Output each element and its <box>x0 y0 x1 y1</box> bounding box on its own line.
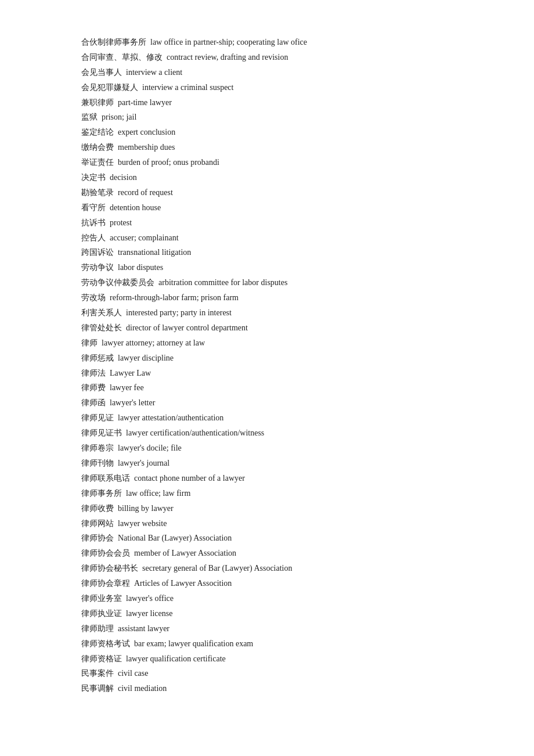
entry-english: lawyer website <box>114 519 167 528</box>
entry-chinese: 律师协会 <box>81 534 114 542</box>
list-item: 律师卷宗 lawyer's docile; file <box>81 441 453 456</box>
list-item: 律师刊物 lawyer's journal <box>81 456 453 471</box>
glossary-list: 合伙制律师事务所 law office in partner-ship; coo… <box>81 35 453 696</box>
list-item: 律师协会章程 Articles of Lawyer Assocition <box>81 576 453 591</box>
list-item: 民事案件 civil case <box>81 666 453 681</box>
list-item: 律师联系电话 contact phone number of a lawyer <box>81 471 453 486</box>
entry-english: lawyer attorney; attorney at law <box>98 339 205 347</box>
entry-english: part-time lawyer <box>114 98 172 107</box>
entry-chinese: 劳动争议 <box>81 263 114 272</box>
entry-english: interested party; party in interest <box>122 308 232 317</box>
entry-chinese: 会见犯罪嫌疑人 <box>81 83 138 92</box>
entry-chinese: 抗诉书 <box>81 218 106 227</box>
entry-chinese: 鉴定结论 <box>81 128 114 136</box>
entry-english: Lawyer Law <box>106 369 151 377</box>
entry-chinese: 控告人 <box>81 233 106 242</box>
entry-english: lawyer's office <box>122 594 174 603</box>
entry-english: interview a client <box>122 68 182 77</box>
entry-chinese: 会见当事人 <box>81 68 122 77</box>
list-item: 律师费 lawyer fee <box>81 380 453 395</box>
entry-english: contract review, drafting and revision <box>163 53 288 62</box>
entry-english: assistant lawyer <box>114 624 169 633</box>
list-item: 缴纳会费 membership dues <box>81 140 453 155</box>
entry-english: National Bar (Lawyer) Association <box>114 534 232 542</box>
entry-chinese: 律师网站 <box>81 519 114 528</box>
entry-chinese: 监狱 <box>81 113 98 121</box>
list-item: 兼职律师 part-time lawyer <box>81 95 453 110</box>
entry-english: burden of proof; onus probandi <box>114 158 219 167</box>
list-item: 律师执业证 lawyer license <box>81 606 453 621</box>
entry-english: Articles of Lawyer Assocition <box>130 579 232 588</box>
list-item: 民事调解 civil mediation <box>81 681 453 696</box>
list-item: 利害关系人 interested party; party in interes… <box>81 305 453 321</box>
list-item: 律师资格证 lawyer qualification certificate <box>81 651 453 667</box>
entry-chinese: 举证责任 <box>81 158 114 167</box>
list-item: 律师收费 billing by lawyer <box>81 501 453 516</box>
entry-chinese: 劳动争议仲裁委员会 <box>81 278 154 287</box>
entry-english: record of request <box>114 188 173 197</box>
entry-chinese: 律管处处长 <box>81 323 122 332</box>
entry-chinese: 兼职律师 <box>81 98 114 107</box>
list-item: 律师业务室 lawyer's office <box>81 591 453 606</box>
entry-chinese: 缴纳会费 <box>81 143 114 152</box>
list-item: 监狱 prison; jail <box>81 110 453 125</box>
entry-english: lawyer qualification certificate <box>122 654 226 663</box>
entry-chinese: 律师惩戒 <box>81 354 114 362</box>
entry-english: law office; law firm <box>122 489 190 498</box>
entry-english: member of Lawyer Association <box>130 549 236 557</box>
list-item: 律师协会 National Bar (Lawyer) Association <box>81 531 453 546</box>
list-item: 律管处处长 director of lawyer control departm… <box>81 321 453 336</box>
entry-chinese: 律师见证书 <box>81 429 122 437</box>
entry-chinese: 律师见证 <box>81 413 114 422</box>
list-item: 律师资格考试 bar exam; lawyer qualification ex… <box>81 636 453 651</box>
entry-chinese: 决定书 <box>81 173 106 182</box>
entry-english: contact phone number of a lawyer <box>130 474 245 483</box>
entry-chinese: 跨国诉讼 <box>81 248 114 257</box>
entry-chinese: 律师资格考试 <box>81 639 130 648</box>
entry-chinese: 律师卷宗 <box>81 444 114 452</box>
entry-english: lawyer's letter <box>106 398 155 407</box>
list-item: 律师 lawyer attorney; attorney at law <box>81 336 453 351</box>
entry-chinese: 律师执业证 <box>81 609 122 618</box>
entry-english: reform-through-labor farm; prison farm <box>106 293 239 302</box>
entry-chinese: 律师联系电话 <box>81 474 130 483</box>
list-item: 律师协会会员 member of Lawyer Association <box>81 546 453 561</box>
list-item: 律师见证书 lawyer certification/authenticatio… <box>81 426 453 441</box>
list-item: 控告人 accuser; complainant <box>81 231 453 246</box>
list-item: 举证责任 burden of proof; onus probandi <box>81 155 453 170</box>
list-item: 会见犯罪嫌疑人 interview a criminal suspect <box>81 80 453 95</box>
entry-chinese: 律师协会章程 <box>81 579 130 588</box>
entry-chinese: 律师资格证 <box>81 654 122 663</box>
entry-english: protest <box>106 218 132 227</box>
list-item: 决定书 decision <box>81 170 453 185</box>
entry-english: secretary general of Bar (Lawyer) Associ… <box>138 564 293 573</box>
entry-chinese: 律师事务所 <box>81 489 122 498</box>
list-item: 律师助理 assistant lawyer <box>81 621 453 636</box>
entry-chinese: 律师助理 <box>81 624 114 633</box>
list-item: 劳动争议仲裁委员会 arbitration committee for labo… <box>81 275 453 290</box>
list-item: 律师法 Lawyer Law <box>81 366 453 381</box>
list-item: 律师见证 lawyer attestation/authentication <box>81 411 453 426</box>
entry-chinese: 律师法 <box>81 369 106 377</box>
list-item: 律师惩戒 lawyer discipline <box>81 351 453 366</box>
entry-english: transnational litigation <box>114 248 191 257</box>
list-item: 会见当事人 interview a client <box>81 65 453 80</box>
entry-english: lawyer discipline <box>114 354 174 362</box>
entry-chinese: 律师刊物 <box>81 459 114 467</box>
list-item: 看守所 detention house <box>81 200 453 215</box>
entry-english: civil case <box>114 669 148 678</box>
entry-english: detention house <box>106 203 161 212</box>
list-item: 合伙制律师事务所 law office in partner-ship; coo… <box>81 35 453 50</box>
entry-english: interview a criminal suspect <box>138 83 233 92</box>
entry-chinese: 利害关系人 <box>81 308 122 317</box>
entry-chinese: 律师费 <box>81 383 106 392</box>
list-item: 合同审查、草拟、修改 contract review, drafting and… <box>81 50 453 65</box>
entry-english: prison; jail <box>98 113 136 121</box>
entry-english: bar exam; lawyer qualification exam <box>130 639 253 648</box>
entry-english: law office in partner-ship; cooperating … <box>146 38 307 46</box>
entry-english: decision <box>106 173 137 182</box>
entry-chinese: 律师 <box>81 339 98 347</box>
entry-chinese: 律师函 <box>81 398 106 407</box>
entry-chinese: 律师业务室 <box>81 594 122 603</box>
entry-chinese: 合同审查、草拟、修改 <box>81 53 163 62</box>
